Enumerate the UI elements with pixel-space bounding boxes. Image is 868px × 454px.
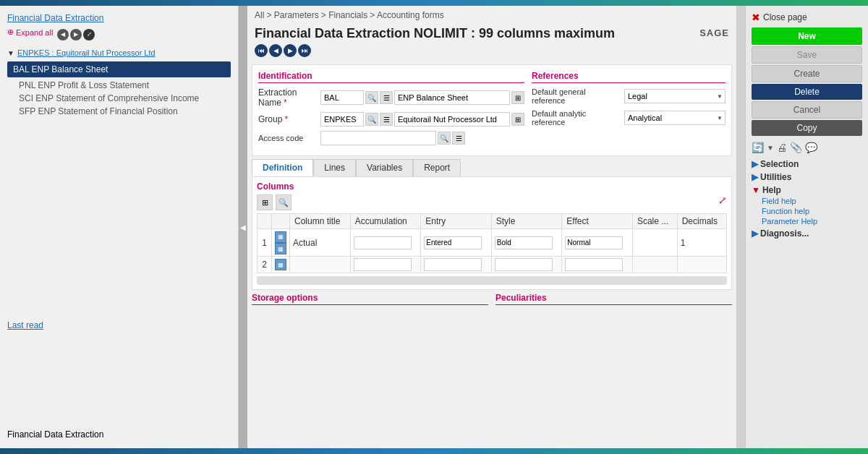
access-code-search-icon[interactable]: 🔍 [438,132,451,145]
nav-expand-btn[interactable]: ⤢ [83,29,95,40]
tab-definition[interactable]: Definition [252,159,313,176]
group-expand-icon[interactable]: ⊞ [511,113,524,126]
nav-prev-btn[interactable]: ◀ [57,29,69,40]
company-label[interactable]: ENPKES : Equitorail Nut Processor Ltd [17,48,156,57]
default-analytic-ref-select[interactable]: Analytical [624,111,726,125]
row2-effect-select[interactable] [565,258,623,271]
row1-decimals[interactable]: 1 [677,229,726,257]
row2-style-select[interactable] [495,258,553,271]
tree-arrow[interactable]: ▼ [7,49,14,57]
nav-forward-btn[interactable]: ▶ [284,44,297,57]
row1-style-select[interactable]: Bold [495,236,553,249]
default-general-ref-label: Default general reference [532,87,620,105]
help-title[interactable]: ▼ Help [752,185,862,195]
row2-accumulation-select[interactable] [354,258,412,271]
selection-section: ▶ Selection [752,159,862,169]
row1-entry: Entered [421,229,492,257]
copy-button[interactable]: Copy [752,120,862,136]
group-search-icon[interactable]: 🔍 [365,113,378,126]
col-header-icon [272,214,290,229]
close-page-btn[interactable]: ✖ Close page [752,12,862,23]
extraction-name-expand-icon[interactable]: ⊞ [511,91,524,104]
utilities-title[interactable]: ▶ Utilities [752,172,862,182]
close-icon: ✖ [752,12,760,23]
columns-table: Column title Accumulation Entry Style Ef… [257,213,727,273]
new-button[interactable]: New [752,27,862,45]
expand-all-link[interactable]: Expand all [7,27,53,37]
extraction-name-label: Extraction Name * [258,87,316,108]
extraction-name-full-input[interactable] [394,90,510,105]
group-code-input[interactable] [320,112,364,127]
main-content: All > Parameters > Financials > Accounti… [247,6,736,448]
col-add-btn[interactable]: ⊞ [257,194,273,210]
row2-icon[interactable]: ▦ [272,257,290,273]
table-row: 2 ▦ [258,257,727,273]
comment-icon[interactable]: 💬 [805,142,817,153]
row1-accumulation-select[interactable] [354,236,412,249]
sidebar-splitter[interactable]: ◀ [239,6,247,448]
row1-entry-select[interactable]: Entered [424,236,482,249]
access-code-label: Access code [258,134,316,142]
sidebar-item-bal[interactable]: BAL ENP Balance Sheet [7,61,231,77]
columns-title: Columns [257,181,727,192]
access-code-input[interactable] [320,131,436,145]
sidebar-item-sfp[interactable]: SFP ENP Statement of Financial Position [7,105,231,118]
access-code-list-icon[interactable]: ☰ [452,132,465,145]
extraction-name-inputs: 🔍 ☰ ⊞ [320,90,524,105]
col-search-btn[interactable]: 🔍 [276,194,292,210]
nav-last-btn[interactable]: ⏭ [298,44,311,57]
row1-effect-select[interactable]: Normal [565,236,623,249]
selection-title[interactable]: ▶ Selection [752,159,862,169]
create-button[interactable]: Create [752,65,862,82]
row1-title[interactable]: Actual [290,229,351,257]
tab-variables[interactable]: Variables [356,159,413,176]
row2-title[interactable] [290,257,351,273]
field-help-link[interactable]: Field help [752,197,862,205]
diagnosis-title[interactable]: ▶ Diagnosis... [752,228,862,239]
row2-num: 2 [258,257,272,273]
function-help-link[interactable]: Function help [752,207,862,215]
right-scrollbar[interactable] [736,6,745,448]
sidebar-item-sci[interactable]: SCI ENP Statement of Comprehensive Incom… [7,92,231,105]
extraction-name-code-input[interactable] [320,90,364,105]
row2-mini-icon: ▦ [275,259,286,270]
tab-lines[interactable]: Lines [313,159,356,176]
group-label: Group * [258,114,316,124]
refresh-dropdown[interactable]: ▼ [767,144,774,152]
row2-effect [562,257,633,273]
group-full-input[interactable] [394,112,510,127]
sidebar-footer-link2[interactable]: Last read [7,320,231,330]
row2-entry [421,257,492,273]
utilities-section: ▶ Utilities [752,172,862,182]
default-general-ref-select[interactable]: Legal [624,89,726,103]
cancel-button[interactable]: Cancel [752,101,862,119]
delete-button[interactable]: Delete [752,84,862,100]
extraction-name-search-icon[interactable]: 🔍 [365,91,378,104]
table-row: 1 ▦ ▦ Actual Entered Bold [258,229,727,257]
nav-back-btn[interactable]: ◀ [269,44,282,57]
row1-style: Bold [491,229,562,257]
col-header-entry: Entry [421,214,492,229]
selection-arrow-icon: ▶ [752,159,758,169]
nav-first-btn[interactable]: ⏮ [255,44,268,57]
sidebar-title[interactable]: Financial Data Extraction [7,13,231,23]
attach-icon[interactable]: 📎 [790,142,802,153]
row2-entry-select[interactable] [424,258,482,271]
row1-icon[interactable]: ▦ ▦ [272,229,290,257]
form-area: Identification Extraction Name * 🔍 ☰ ⊞ [252,64,732,156]
extraction-name-row: Extraction Name * 🔍 ☰ ⊞ [258,87,524,108]
sidebar-item-pnl[interactable]: PNL ENP Profit & Loss Statement [7,79,231,92]
storage-options-title: Storage options [252,293,488,305]
peculiarities-section: Peculiarities [495,293,732,305]
nav-next-btn[interactable]: ▶ [70,29,82,40]
horizontal-scrollbar[interactable] [257,276,727,285]
save-button[interactable]: Save [752,46,862,64]
col-expand-btn[interactable]: ⤢ [718,194,727,210]
extraction-name-list-icon[interactable]: ☰ [380,91,393,104]
parameter-help-link[interactable]: Parameter Help [752,217,862,226]
group-list-icon[interactable]: ☰ [380,113,393,126]
refresh-icon[interactable]: 🔄 [752,142,764,153]
print-icon[interactable]: 🖨 [777,142,787,153]
sidebar-footer-link1[interactable]: Financial Data Extraction [7,429,103,440]
tab-report[interactable]: Report [413,159,461,176]
